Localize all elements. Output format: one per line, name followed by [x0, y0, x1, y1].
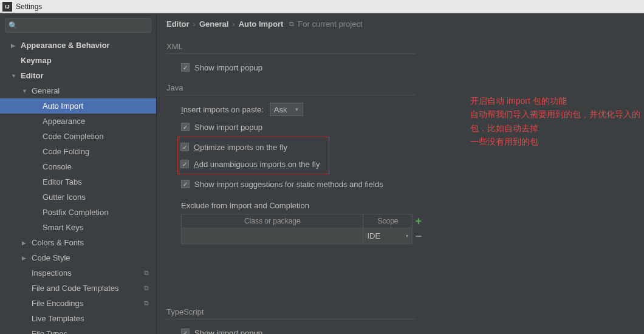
window-title: Settings [16, 2, 42, 11]
sidebar-item-general[interactable]: ▼General [0, 83, 156, 98]
sidebar-item-gutter-icons[interactable]: Gutter Icons [0, 189, 156, 205]
sidebar-item-label: Auto Import [43, 101, 156, 111]
ts-show-popup-checkbox[interactable] [181, 329, 190, 334]
checkbox-label: Optimize imports on the fly [194, 143, 287, 152]
sidebar-item-label: Keymap [21, 56, 156, 65]
sidebar-item-file-encodings[interactable]: File Encodings⧉ [0, 296, 156, 311]
exclude-label: Exclude from Import and Completion [181, 201, 644, 210]
column-header-scope: Scope [363, 214, 412, 228]
sidebar-item-code-completion[interactable]: Code Completion [0, 129, 156, 144]
chevron-right-icon: ▶ [22, 240, 29, 246]
add-button[interactable]: + [415, 215, 422, 228]
sidebar-item-auto-import[interactable]: Auto Import [0, 98, 156, 114]
breadcrumb-item[interactable]: Editor [166, 19, 190, 29]
section-title: Java [166, 81, 416, 95]
sidebar-item-label: Editor [21, 71, 156, 80]
column-header-class: Class or package [182, 214, 363, 228]
search-input[interactable] [5, 18, 151, 33]
checkbox-label: Show import popup [194, 63, 262, 72]
chevron-down-icon: ▼ [11, 73, 18, 79]
app-icon: IJ [2, 2, 12, 12]
sidebar-item-colors-fonts[interactable]: ▶Colors & Fonts [0, 235, 156, 250]
remove-button[interactable]: − [415, 230, 422, 243]
sidebar-item-label: Appearance [43, 117, 156, 126]
insert-imports-label: Insert imports on paste: [181, 105, 264, 114]
section-title: XML [166, 39, 416, 54]
sidebar-item-file-types[interactable]: File Types [0, 326, 156, 334]
sidebar-item-label: Editor Tabs [43, 177, 156, 186]
sidebar-item-file-and-code-templates[interactable]: File and Code Templates⧉ [0, 281, 156, 296]
typescript-section: TypeScript Show import popup [166, 305, 644, 334]
sidebar-item-label: Inspections [32, 268, 142, 278]
chevron-right-icon: ▶ [11, 43, 18, 49]
optimize-imports-checkbox[interactable] [180, 143, 189, 151]
sidebar-item-label: Appearance & Behavior [21, 41, 156, 50]
annotation-text: 开启自动 import 包的功能 自动帮我们导入需要用到的包，并优化导入的包，比… [470, 94, 644, 149]
chevron-down-icon: ▾ [406, 233, 408, 239]
xml-show-popup-checkbox[interactable] [181, 63, 190, 72]
sidebar-item-label: Postfix Completion [43, 208, 156, 217]
breadcrumb-item: Auto Import [239, 19, 284, 29]
sidebar-item-label: Colors & Fonts [32, 238, 156, 247]
sidebar-item-label: Smart Keys [43, 223, 156, 232]
settings-sidebar: 🔍 ▶Appearance & BehaviorKeymap▼Editor▼Ge… [0, 13, 157, 334]
sidebar-item-smart-keys[interactable]: Smart Keys [0, 220, 156, 235]
sidebar-item-label: File Encodings [32, 299, 142, 308]
project-scope-icon: ⧉ [142, 284, 151, 293]
main-panel: Editor › General › Auto Import ⧉ For cur… [157, 13, 644, 334]
search-icon: 🔍 [9, 21, 18, 30]
sidebar-item-label: Code Folding [43, 147, 156, 156]
chevron-down-icon: ▼ [22, 88, 29, 94]
annotation-highlight-box: Optimize imports on the fly Add unambigu… [177, 137, 329, 174]
sidebar-item-appearance-behavior[interactable]: ▶Appearance & Behavior [0, 38, 156, 53]
add-unambiguous-checkbox[interactable] [180, 160, 189, 168]
scope-icon: ⧉ [289, 20, 294, 28]
scope-dropdown[interactable]: IDE ▾ [363, 228, 412, 243]
sidebar-item-editor-tabs[interactable]: Editor Tabs [0, 174, 156, 189]
chevron-down-icon: ▼ [295, 107, 300, 112]
sidebar-item-label: Code Completion [43, 132, 156, 141]
table-cell[interactable] [182, 228, 363, 243]
insert-imports-select[interactable]: Ask ▼ [270, 103, 304, 116]
sidebar-item-code-style[interactable]: ▶Code Style [0, 250, 156, 265]
sidebar-item-label: General [32, 86, 156, 95]
checkbox-label: Show import popup [194, 123, 262, 132]
xml-section: XML Show import popup [166, 39, 644, 76]
sidebar-item-label: Gutter Icons [43, 193, 156, 202]
static-suggestions-checkbox[interactable] [181, 180, 190, 188]
section-title: TypeScript [166, 305, 416, 319]
project-scope-icon: ⧉ [142, 268, 151, 278]
sidebar-item-live-templates[interactable]: Live Templates [0, 311, 156, 326]
exclude-table[interactable]: Class or package Scope IDE ▾ [181, 214, 413, 244]
settings-tree: ▶Appearance & BehaviorKeymap▼Editor▼Gene… [0, 38, 156, 334]
breadcrumb-item[interactable]: General [199, 19, 228, 29]
titlebar: IJ Settings [0, 0, 644, 13]
chevron-right-icon: ▶ [22, 255, 29, 261]
sidebar-item-console[interactable]: Console [0, 159, 156, 174]
checkbox-label: Show import popup [194, 329, 262, 335]
sidebar-item-label: File and Code Templates [32, 284, 142, 293]
java-show-popup-checkbox[interactable] [181, 123, 190, 131]
breadcrumb: Editor › General › Auto Import ⧉ For cur… [157, 13, 644, 35]
sidebar-item-inspections[interactable]: Inspections⧉ [0, 265, 156, 281]
sidebar-item-label: Code Style [32, 253, 156, 262]
checkbox-label: Add unambiguous imports on the fly [194, 160, 320, 169]
sidebar-item-label: Console [43, 162, 156, 171]
project-scope-icon: ⧉ [142, 299, 151, 308]
sidebar-item-appearance[interactable]: Appearance [0, 114, 156, 129]
sidebar-item-postfix-completion[interactable]: Postfix Completion [0, 205, 156, 220]
sidebar-item-keymap[interactable]: Keymap [0, 53, 156, 68]
sidebar-item-editor[interactable]: ▼Editor [0, 68, 156, 83]
sidebar-item-code-folding[interactable]: Code Folding [0, 144, 156, 159]
checkbox-label: Show import suggestions for static metho… [194, 180, 383, 189]
sidebar-item-label: File Types [32, 329, 156, 334]
exclude-section: Exclude from Import and Completion Class… [181, 201, 644, 244]
table-cell[interactable]: IDE ▾ [363, 228, 412, 243]
search-container: 🔍 [5, 18, 151, 33]
scope-text: For current project [298, 19, 362, 29]
sidebar-item-label: Live Templates [32, 314, 156, 323]
